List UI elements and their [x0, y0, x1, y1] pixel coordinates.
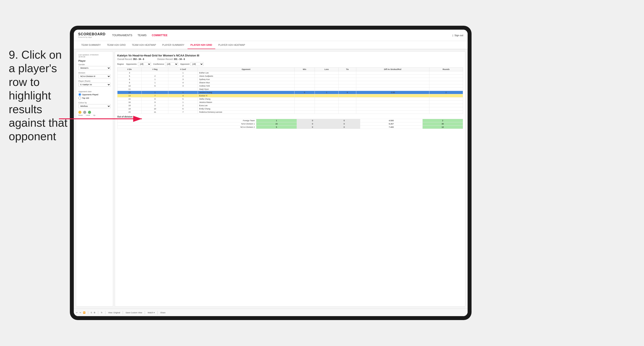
col-div: # Div	[118, 68, 142, 71]
colour-by-select[interactable]: Win/loss	[78, 104, 111, 108]
table-row[interactable]: 19106Emily Chang	[118, 107, 463, 111]
share-btn[interactable]: Share	[160, 312, 166, 314]
opponent-view-label: Opponent view	[78, 90, 111, 93]
col-diff: Diff Av Strokes/Rnd	[356, 68, 429, 71]
separator-1	[88, 311, 88, 314]
view-original-btn[interactable]: View: Original	[108, 312, 120, 314]
opponents-filter: Opponents: (All)	[126, 62, 151, 66]
ood-row[interactable]: Foreign Team1004.5002	[118, 119, 463, 122]
grid-title: Katelyn Vo Head-to-Head Grid for Women's…	[117, 54, 463, 57]
separator-5	[145, 311, 145, 314]
col-reg: # Reg	[142, 68, 168, 71]
logo-area: SCOREBOARD Powered by clippi	[78, 32, 106, 38]
out-of-division-header: Out of division	[117, 116, 463, 118]
opponent-view-section: Opponent view Opponents Played Top 100	[78, 90, 111, 99]
last-updated: Last Updated: 27/03/2024 16:55:38	[78, 54, 111, 58]
conference-select[interactable]: (All)	[165, 62, 178, 66]
opponent-select[interactable]: (All)	[190, 62, 204, 66]
sign-out-area: | Sign out	[452, 34, 463, 37]
logo-sub: Powered by clippi	[78, 36, 106, 38]
save-custom-view-btn[interactable]: Save Custom View	[126, 312, 142, 314]
bottom-toolbar: ↩ ↪ ⏩ ⎘ ⚙ ↻ View: Original Save Custom V…	[74, 309, 468, 316]
nav-bar: SCOREBOARD Powered by clippi TOURNAMENTS…	[74, 30, 468, 41]
instruction-text: 9. Click on a player's row to highlight …	[9, 48, 70, 143]
tab-player-h2h-grid[interactable]: PLAYER H2H GRID	[188, 41, 215, 49]
tablet-screen: SCOREBOARD Powered by clippi TOURNAMENTS…	[74, 30, 468, 316]
forward-icon[interactable]: ⏩	[83, 312, 85, 314]
nav-tournaments[interactable]: TOURNAMENTS	[112, 33, 132, 38]
sign-out-link[interactable]: Sign out	[454, 34, 463, 37]
tab-team-h2h-heatmap[interactable]: TEAM H2H HEATMAP	[129, 41, 159, 49]
refresh-icon[interactable]: ↻	[101, 312, 102, 314]
player-section-title: Player	[78, 59, 111, 62]
opponents-select[interactable]: (All)	[138, 62, 151, 66]
col-win: Win	[294, 68, 314, 71]
logo-text: SCOREBOARD	[78, 32, 106, 36]
filter-row: Region Opponents: (All) Conference (All)	[117, 62, 463, 66]
ood-row[interactable]: NCAA Division 25007.40010	[118, 126, 463, 129]
separator-4	[123, 311, 123, 314]
nav-committee[interactable]: COMMITTEE	[152, 33, 168, 38]
separator-3	[105, 311, 106, 314]
region-filter: Region	[117, 63, 124, 65]
watch-btn[interactable]: Watch ▾	[148, 312, 155, 314]
table-row[interactable]: 11Haeji Hyun	[118, 88, 463, 91]
data-table: # Div # Reg # Conf Opponent Win Loss Tie…	[117, 67, 463, 114]
settings-icon[interactable]: ⚙	[94, 312, 96, 314]
table-row[interactable]: 1822Euna Lee	[118, 104, 463, 107]
top100-option[interactable]: Top 100	[78, 97, 111, 99]
col-loss: Loss	[314, 68, 338, 71]
conference-filter: Conference (All)	[153, 62, 178, 66]
tablet-frame: SCOREBOARD Powered by clippi TOURNAMENTS…	[70, 26, 472, 320]
colour-by-label: Colour by	[78, 102, 111, 104]
gender-label: Gender	[78, 63, 111, 66]
division-label: Division	[78, 72, 111, 74]
grid-content: Katelyn Vo Head-to-Head Grid for Women's…	[115, 51, 466, 307]
grid-records: Overall Record: 353 - 34 - 6 Division Re…	[117, 58, 463, 60]
opponent-filter: Opponent (All)	[180, 62, 204, 66]
table-row[interactable]: 914Sharon Mun	[118, 81, 463, 84]
table-row[interactable]: 1063Andrea York	[118, 84, 463, 88]
tab-player-h2h-heatmap[interactable]: PLAYER H2H HEATMAP	[215, 41, 248, 49]
col-conf: # Conf	[168, 68, 198, 71]
table-row[interactable]: 1474Eunice Yi	[118, 94, 463, 97]
pink-arrow-annotation	[59, 112, 146, 126]
ood-row[interactable]: NAIA Division 115009.26730	[118, 122, 463, 126]
player-rank-label: Player (Rank)	[78, 80, 111, 82]
division-select[interactable]: NCAA Division III	[78, 74, 111, 78]
tab-team-summary[interactable]: TEAM SUMMARY	[78, 41, 104, 49]
undo-icon[interactable]: ↩	[76, 312, 78, 314]
table-row[interactable]: 1691Jessica Mason	[118, 101, 463, 104]
player-rank-select[interactable]: 8. Katelyn Vo	[78, 83, 111, 87]
opponents-played-option[interactable]: Opponents Played	[78, 93, 111, 96]
copy-icon[interactable]: ⎘	[91, 312, 92, 314]
table-row[interactable]: 20117Federica Domecq Lacroze	[118, 111, 463, 114]
table-row[interactable]: 522Alexis Sudjianto	[118, 75, 463, 78]
col-rounds: Rounds	[429, 68, 463, 71]
tab-player-summary[interactable]: PLAYER SUMMARY	[159, 41, 188, 49]
tab-team-h2h-grid[interactable]: TEAM H2H GRID	[104, 41, 129, 49]
gender-select[interactable]: Women's	[78, 66, 111, 70]
division-record: Division Record: 331 - 34 - 6	[157, 58, 185, 60]
table-row[interactable]: 31Esther Lee	[118, 71, 463, 75]
col-tie: Tie	[338, 68, 356, 71]
col-opponent: Opponent	[198, 68, 294, 71]
separator-2	[98, 311, 98, 314]
table-row[interactable]: 613Sydney Kuo	[118, 78, 463, 81]
redo-icon[interactable]: ↪	[80, 312, 81, 314]
sub-nav: TEAM SUMMARY TEAM H2H GRID TEAM H2H HEAT…	[74, 41, 468, 49]
sidebar: Last Updated: 27/03/2024 16:55:38 Player…	[76, 51, 113, 307]
nav-teams[interactable]: TEAMS	[138, 33, 146, 38]
overall-record: Overall Record: 353 - 34 - 6	[117, 58, 144, 60]
main-content: Last Updated: 27/03/2024 16:55:38 Player…	[74, 49, 468, 309]
nav-links: TOURNAMENTS TEAMS COMMITTEE	[112, 33, 452, 38]
ood-table: Foreign Team1004.5002NAIA Division 11500…	[117, 119, 463, 129]
table-row[interactable]: 1311Jessica Huang010-3.002	[118, 91, 463, 94]
table-row[interactable]: 1585Stella Chang	[118, 97, 463, 101]
